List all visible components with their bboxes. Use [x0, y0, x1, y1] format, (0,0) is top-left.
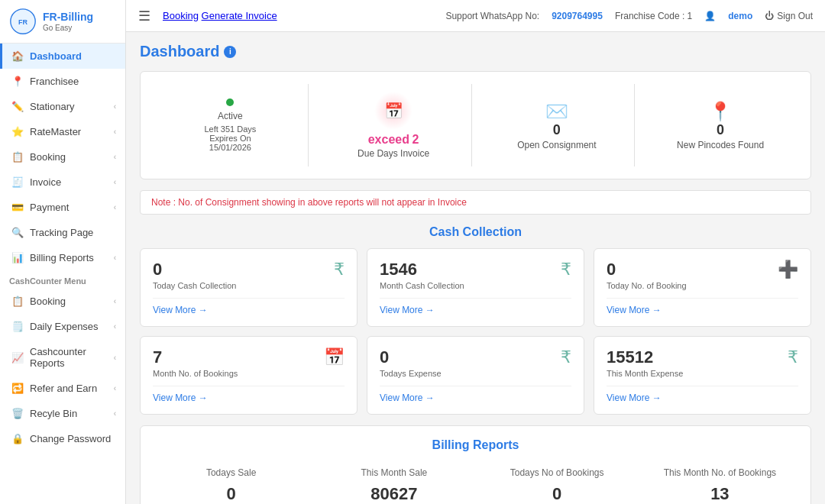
cashcounter-section-label: CashCounter Menu [0, 270, 125, 289]
metric-card-5: 15512 This Month Expense ₹ View More → [594, 336, 811, 415]
view-more-5[interactable]: View More → [607, 386, 798, 403]
currency-icon-4: ₹ [561, 347, 571, 367]
sidebar-label-cc-booking: Booking [30, 296, 66, 307]
sidebar-item-billing-reports[interactable]: 📊 Billing Reports ‹ [0, 245, 125, 270]
sidebar-item-cashcounter-reports[interactable]: 📈 Cashcounter Reports ‹ [0, 339, 125, 376]
topbar-left: ☰ Booking Generate Invoice [138, 8, 277, 24]
expires-on-label: Expires On [209, 134, 251, 143]
cc-booking-icon: 📋 [11, 296, 24, 307]
sidebar-item-cc-booking[interactable]: 📋 Booking ‹ [0, 289, 125, 314]
metric-label-3: Month No. of Bookings [153, 369, 238, 378]
franchisee-icon: 📍 [11, 76, 24, 87]
cashcounter-reports-icon: 📈 [11, 352, 24, 363]
sidebar-label-billing-reports: Billing Reports [30, 252, 94, 263]
cash-collection-title: Cash Collection [140, 225, 811, 239]
page-title: Dashboard i [140, 43, 811, 60]
billing-reports-title: Billing Reports [153, 438, 798, 452]
sidebar-item-franchisee[interactable]: 📍 Franchisee [0, 69, 125, 94]
chevron-icon-8: ‹ [114, 322, 116, 331]
view-more-3[interactable]: View More → [153, 386, 345, 403]
chevron-icon-7: ‹ [114, 297, 116, 305]
metric-card-4: 0 Todays Expense ₹ View More → [367, 336, 584, 415]
signout-icon: ⏻ [765, 11, 774, 21]
metric-value-3: 7 [153, 347, 238, 367]
hamburger-icon[interactable]: ☰ [138, 8, 150, 24]
view-more-4[interactable]: View More → [380, 386, 571, 403]
expires-days: Left 351 Days [204, 124, 256, 134]
sidebar-item-ratemaster[interactable]: ⭐ RateMaster ‹ [0, 119, 125, 144]
cash-collection-grid: 0 Today Cash Collection ₹ View More → 15… [140, 248, 811, 415]
franchise-code: Franchise Code : 1 [615, 11, 692, 21]
billing-stats-grid: Todays Sale 0 This Month Sale 80627 Toda… [153, 461, 798, 504]
booking-icon: 📋 [11, 151, 24, 163]
open-consignment-value: 0 [553, 122, 561, 138]
billing-stat-value-2: 0 [485, 484, 629, 504]
new-pincodes-label: New Pincodes Found [677, 140, 764, 150]
support-phone: 9209764995 [552, 11, 603, 21]
note-text: Note : No. of Consignment showing in abo… [151, 197, 467, 208]
page-title-text: Dashboard [140, 43, 219, 60]
sidebar-item-dashboard[interactable]: 🏠 Dashboard [0, 44, 125, 69]
sidebar-item-recyle-bin[interactable]: 🗑️ Recyle Bin ‹ [0, 401, 125, 426]
billing-stat-value-3: 13 [648, 484, 792, 504]
dashboard-icon: 🏠 [11, 50, 24, 62]
billing-stat-value-1: 80627 [322, 484, 466, 504]
chevron-icon: ‹ [114, 102, 116, 111]
status-cards: Active Left 351 Days Expires On 15/01/20… [140, 71, 811, 179]
view-more-2[interactable]: View More → [607, 298, 798, 315]
sidebar-item-daily-expenses[interactable]: 🗒️ Daily Expenses ‹ [0, 314, 125, 339]
topbar-nav: Booking Generate Invoice [163, 10, 277, 21]
sidebar-label-cashcounter-reports: Cashcounter Reports [30, 346, 114, 369]
due-invoice-label: Due Days Invoice [358, 148, 429, 159]
sidebar-item-stationary[interactable]: ✏️ Stationary ‹ [0, 94, 125, 119]
metric-label-2: Today No. of Booking [607, 281, 687, 290]
view-more-0[interactable]: View More → [153, 298, 345, 315]
signout-label: Sign Out [777, 11, 813, 21]
currency-icon-5: ₹ [788, 347, 798, 367]
topbar: ☰ Booking Generate Invoice Support Whats… [126, 0, 825, 32]
due-invoice-text: exceed 2 [368, 133, 419, 147]
billing-stat-1: This Month Sale 80627 [315, 461, 472, 504]
sidebar-item-refer-earn[interactable]: 🔁 Refer and Earn ‹ [0, 376, 125, 401]
active-dot [226, 99, 234, 106]
billing-stat-label-2: Todays No of Bookings [485, 467, 629, 478]
sidebar-item-payment[interactable]: 💳 Payment ‹ [0, 195, 125, 220]
plus-icon-2: ➕ [778, 260, 798, 279]
sidebar-label-invoice: Invoice [30, 176, 61, 188]
payment-icon: 💳 [11, 202, 24, 213]
mail-icon: ✉️ [545, 101, 568, 122]
sidebar-label-ratemaster: RateMaster [30, 126, 81, 137]
nav-booking[interactable]: Booking [163, 10, 199, 21]
signout-button[interactable]: ⏻ Sign Out [765, 11, 813, 21]
currency-icon-0: ₹ [334, 260, 345, 279]
metric-label-4: Todays Expense [380, 369, 442, 378]
sidebar-label-payment: Payment [30, 202, 69, 213]
sidebar-item-invoice[interactable]: 🧾 Invoice ‹ [0, 170, 125, 195]
chevron-icon-9: ‹ [114, 354, 116, 362]
nav-generate-invoice[interactable]: Generate Invoice [202, 10, 277, 21]
metric-card-2: 0 Today No. of Booking ➕ View More → [594, 248, 811, 327]
metric-label-5: This Month Expense [607, 369, 683, 378]
sidebar-label-franchisee: Franchisee [30, 76, 79, 87]
sidebar-label-tracking: Tracking Page [30, 227, 93, 238]
chevron-icon-4: ‹ [114, 178, 116, 186]
sidebar: FR FR-Billing Go Easy 🏠 Dashboard 📍 Fran… [0, 0, 126, 504]
metric-value-4: 0 [380, 347, 442, 367]
view-more-1[interactable]: View More → [380, 298, 571, 315]
sidebar-item-booking[interactable]: 📋 Booking ‹ [0, 144, 125, 170]
daily-expenses-icon: 🗒️ [11, 321, 24, 332]
sidebar-item-tracking[interactable]: 🔍 Tracking Page [0, 220, 125, 245]
stationary-icon: ✏️ [11, 101, 24, 112]
sidebar-label-dashboard: Dashboard [30, 50, 82, 62]
chevron-icon-2: ‹ [114, 128, 116, 136]
topbar-right: Support WhatsApp No: 9209764995 Franchis… [445, 11, 813, 21]
metric-label-1: Month Cash Collection [380, 281, 464, 290]
recyle-bin-icon: 🗑️ [11, 408, 24, 419]
sidebar-item-change-password[interactable]: 🔒 Change Password [0, 426, 125, 451]
chevron-icon-3: ‹ [114, 153, 116, 161]
billing-stat-value-0: 0 [159, 484, 303, 504]
sidebar-label-recyle-bin: Recyle Bin [30, 408, 77, 419]
metric-value-1: 1546 [380, 260, 464, 279]
main-area: ☰ Booking Generate Invoice Support Whats… [126, 0, 825, 504]
metric-card-0: 0 Today Cash Collection ₹ View More → [140, 248, 358, 327]
